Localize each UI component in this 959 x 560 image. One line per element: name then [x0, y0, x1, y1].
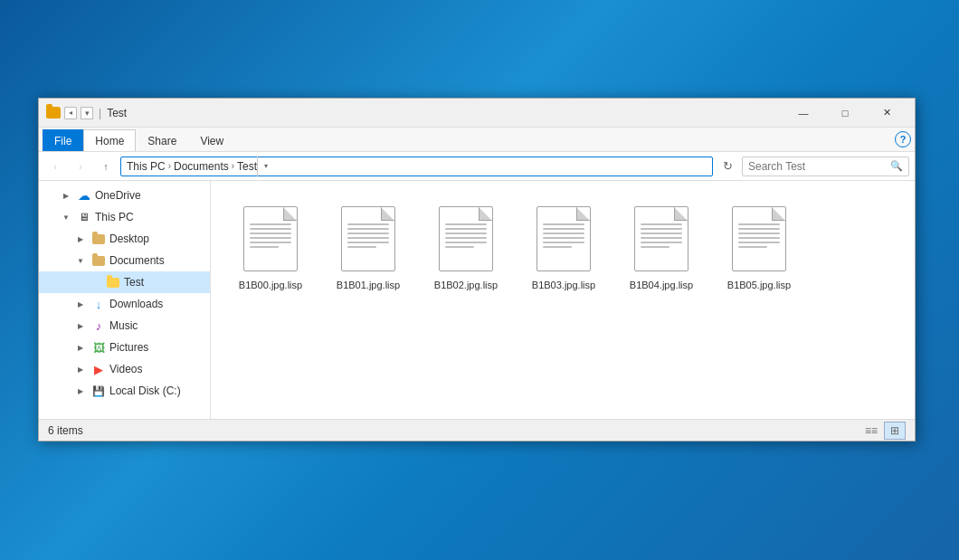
file-icon-wrapper — [434, 203, 498, 275]
tab-home[interactable]: Home — [83, 129, 136, 151]
toggle-thispc: ▼ — [59, 210, 73, 224]
test-folder-icon — [106, 275, 120, 289]
sidebar-label-desktop: Desktop — [109, 233, 149, 245]
sidebar-item-thispc[interactable]: ▼ 🖥 This PC — [39, 206, 210, 228]
ribbon-tabs-row: File Home Share View ? — [39, 128, 915, 151]
toggle-pictures: ▶ — [73, 340, 88, 355]
music-icon: ♪ — [91, 318, 106, 333]
toggle-documents: ▼ — [73, 253, 88, 268]
tab-share[interactable]: Share — [136, 129, 188, 151]
sidebar-item-videos[interactable]: ▶ ▶ Videos — [39, 358, 210, 380]
sidebar-label-localdisk: Local Disk (C:) — [109, 384, 181, 397]
toggle-test — [88, 275, 102, 289]
file-name: B1B00.jpg.lisp — [239, 279, 302, 291]
pictures-icon: 🖼 — [91, 340, 106, 355]
sidebar-item-localdisk[interactable]: ▶ 💾 Local Disk (C:) — [39, 380, 210, 402]
sidebar: ▶ ☁ OneDrive ▼ 🖥 This PC ▶ Desktop ▼ Doc… — [39, 181, 211, 419]
sidebar-label-documents: Documents — [109, 254, 165, 267]
help-button[interactable]: ? — [895, 131, 911, 147]
sidebar-item-test[interactable]: Test — [39, 271, 210, 293]
sidebar-label-onedrive: OneDrive — [95, 189, 141, 202]
toggle-videos: ▶ — [73, 362, 88, 376]
sidebar-label-music: Music — [109, 319, 138, 332]
address-bar: ‹ › ↑ This PC › Documents › Test ▾ ↻ 🔍 — [39, 152, 915, 181]
ribbon: File Home Share View ? — [39, 128, 915, 152]
search-box[interactable]: 🔍 — [742, 157, 909, 176]
sidebar-item-music[interactable]: ▶ ♪ Music — [39, 315, 210, 337]
desktop-folder-icon — [91, 232, 106, 246]
forward-button[interactable]: › — [70, 156, 91, 177]
document-icon — [341, 206, 395, 271]
toggle-downloads: ▶ — [73, 297, 88, 311]
title-bar: ◂ ▾ | Test — □ ✕ — [39, 99, 915, 128]
file-icon-wrapper — [532, 203, 595, 275]
up-button[interactable]: ↑ — [95, 156, 117, 177]
sidebar-item-downloads[interactable]: ▶ ↓ Downloads — [39, 293, 210, 315]
title-separator: | — [99, 107, 101, 119]
address-path[interactable]: This PC › Documents › Test ▾ — [120, 157, 713, 176]
pin-icon[interactable]: ▾ — [81, 107, 93, 119]
item-count: 6 items — [48, 424, 860, 437]
file-area: B1B00.jpg.lispB1B01.jpg.lispB1B02.jpg.li… — [211, 181, 915, 419]
file-item[interactable]: B1B01.jpg.lisp — [323, 195, 413, 299]
search-icon[interactable]: 🔍 — [890, 160, 903, 172]
back-button[interactable]: ‹ — [44, 156, 66, 177]
file-icon-wrapper — [337, 203, 400, 275]
document-icon — [634, 206, 688, 271]
maximize-button[interactable]: □ — [824, 99, 866, 128]
drive-icon: 💾 — [91, 384, 106, 398]
sidebar-label-downloads: Downloads — [109, 298, 163, 310]
file-item[interactable]: B1B02.jpg.lisp — [421, 195, 511, 299]
file-icon-wrapper — [727, 203, 791, 275]
path-arrow-1: › — [168, 161, 171, 171]
toggle-desktop: ▶ — [73, 232, 88, 246]
toggle-localdisk: ▶ — [73, 384, 88, 398]
toggle-music: ▶ — [73, 318, 88, 333]
sidebar-label-thispc: This PC — [95, 211, 134, 223]
list-view-button[interactable]: ≡≡ — [860, 422, 882, 440]
title-bar-icons: ◂ ▾ — [46, 107, 93, 119]
file-icon-wrapper — [630, 203, 693, 275]
tab-file[interactable]: File — [43, 129, 83, 151]
document-icon — [243, 206, 298, 271]
sidebar-item-desktop[interactable]: ▶ Desktop — [39, 228, 210, 250]
search-input[interactable] — [748, 160, 890, 173]
close-button[interactable]: ✕ — [866, 99, 907, 128]
tab-view[interactable]: View — [188, 129, 235, 151]
file-item[interactable]: B1B00.jpg.lisp — [225, 195, 316, 299]
address-dropdown[interactable]: ▾ — [257, 157, 273, 176]
view-buttons: ≡≡ ⊞ — [860, 422, 906, 440]
path-segment-test: Test — [237, 160, 257, 173]
minimize-button[interactable]: — — [783, 99, 824, 128]
explorer-window: ◂ ▾ | Test — □ ✕ File Home Share View ? … — [38, 98, 916, 441]
file-name: B1B03.jpg.lisp — [532, 279, 595, 291]
documents-folder-icon — [91, 253, 106, 268]
ribbon-tabs: File Home Share View — [39, 128, 235, 151]
sidebar-item-onedrive[interactable]: ▶ ☁ OneDrive — [39, 185, 210, 206]
document-icon — [732, 206, 786, 271]
pc-icon: 🖥 — [77, 210, 91, 224]
file-name: B1B05.jpg.lisp — [727, 279, 791, 291]
file-icon-wrapper — [239, 203, 302, 275]
file-item[interactable]: B1B03.jpg.lisp — [518, 195, 609, 299]
status-bar: 6 items ≡≡ ⊞ — [39, 419, 915, 441]
file-name: B1B04.jpg.lisp — [630, 279, 693, 291]
file-item[interactable]: B1B05.jpg.lisp — [714, 195, 804, 299]
sidebar-label-pictures: Pictures — [109, 341, 148, 354]
path-segment-documents: Documents — [174, 160, 229, 173]
file-name: B1B01.jpg.lisp — [337, 279, 400, 291]
videos-icon: ▶ — [91, 362, 106, 376]
downloads-icon: ↓ — [91, 297, 106, 311]
sidebar-item-documents[interactable]: ▼ Documents — [39, 250, 210, 271]
file-item[interactable]: B1B04.jpg.lisp — [616, 195, 707, 299]
onedrive-icon: ☁ — [77, 188, 91, 203]
sidebar-item-pictures[interactable]: ▶ 🖼 Pictures — [39, 337, 210, 358]
toggle-onedrive: ▶ — [59, 188, 73, 203]
title-folder-icon — [46, 107, 61, 119]
grid-view-button[interactable]: ⊞ — [884, 422, 906, 440]
document-icon — [536, 206, 591, 271]
quick-access-icon[interactable]: ◂ — [64, 107, 77, 119]
file-name: B1B02.jpg.lisp — [434, 279, 498, 291]
refresh-button[interactable]: ↻ — [717, 157, 738, 176]
main-content: ▶ ☁ OneDrive ▼ 🖥 This PC ▶ Desktop ▼ Doc… — [39, 181, 915, 419]
